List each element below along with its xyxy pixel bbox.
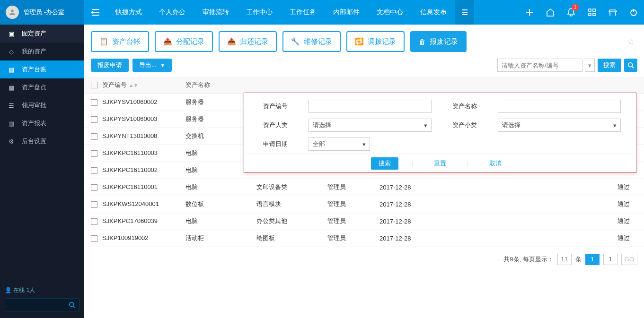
go-button[interactable]: GO [621, 254, 637, 265]
chevron-down-icon: ▾ [613, 122, 617, 129]
sidebar-item-approval[interactable]: ☰领用审批 [0, 96, 84, 114]
col-cat [250, 77, 321, 94]
filter-subcat-select[interactable]: 请选择▾ [498, 119, 621, 132]
svg-rect-2 [589, 13, 591, 16]
filter-label-subcat: 资产小类 [441, 121, 488, 129]
list-icon: ☰ [8, 102, 15, 109]
row-checkbox[interactable] [91, 184, 97, 191]
home-icon[interactable] [540, 0, 561, 25]
tab-label: 调拨记录 [368, 37, 396, 46]
row-checkbox[interactable] [91, 133, 97, 140]
pager-summary: 共9条, 每页显示： [503, 255, 553, 264]
row-checkbox[interactable] [91, 235, 97, 242]
collapse-sidebar-button[interactable] [84, 0, 107, 25]
sidebar-item-report[interactable]: ▥资产报表 [0, 114, 84, 132]
more-apps-button[interactable] [455, 0, 474, 25]
top-bar: 管理员 -办公室 快捷方式 个人办公 审批流转 工作中心 工作任务 内部邮件 文… [0, 0, 644, 25]
filter-label-code: 资产编号 [252, 102, 299, 111]
nav-docs[interactable]: 文档中心 [368, 0, 412, 25]
tab-assign[interactable]: 📤分配记录 [155, 31, 213, 52]
table-row[interactable]: SJKPKPC16110001电脑文印设备类管理员2017-12-28通过 [84, 179, 644, 196]
sidebar-item-my-assets[interactable]: ◇我的资产 [0, 43, 84, 60]
row-checkbox[interactable] [91, 218, 97, 225]
pager-unit: 条 [575, 255, 582, 264]
tab-label: 报废记录 [430, 37, 458, 46]
checkbox-all[interactable] [91, 82, 97, 88]
ledger-icon: ▤ [8, 66, 15, 73]
col-status [611, 77, 644, 94]
filter-code-input[interactable] [309, 100, 432, 113]
advanced-search-toggle[interactable]: ▾ [585, 59, 595, 72]
grid-icon[interactable] [582, 0, 602, 25]
search-input[interactable] [497, 59, 582, 72]
tab-transfer[interactable]: 🔁调拨记录 [346, 31, 405, 52]
table-row[interactable]: SJKPKPC17060039电脑办公类其他管理员2017-12-28通过 [84, 213, 644, 230]
nav-work-center[interactable]: 工作中心 [238, 0, 281, 25]
row-checkbox[interactable] [91, 99, 97, 106]
col-date [373, 77, 611, 94]
tab-ledger[interactable]: 📋资产台帐 [91, 31, 149, 52]
svg-rect-3 [593, 13, 595, 16]
sidebar-item-ledger[interactable]: ▤资产台账 [0, 60, 84, 78]
power-icon[interactable] [623, 0, 644, 25]
row-checkbox[interactable] [91, 201, 97, 208]
col-name[interactable]: 资产名称 [179, 77, 250, 94]
filter-label-name: 资产名称 [441, 102, 488, 111]
tab-label: 归还记录 [240, 37, 268, 46]
tab-return[interactable]: 📥归还记录 [219, 31, 277, 52]
page-target-input[interactable]: 1 [603, 254, 618, 265]
tab-scrap[interactable]: 🗑报废记录 [410, 31, 467, 52]
filter-reset-button[interactable]: 重置 [426, 157, 454, 170]
filter-date-select[interactable]: 全部▾ [309, 138, 370, 151]
filter-label-cat: 资产大类 [252, 121, 299, 129]
nav-approval[interactable]: 审批流转 [194, 0, 238, 25]
search-button[interactable]: 搜索 [598, 59, 621, 72]
return-icon: 📥 [227, 37, 236, 46]
row-checkbox[interactable] [91, 167, 97, 174]
nav-info[interactable]: 信息发布 [412, 0, 455, 25]
col-code[interactable]: 资产编号▲▼ [84, 77, 179, 94]
online-status: 👤 在线 1人 [5, 286, 79, 294]
user-block[interactable]: 管理员 -办公室 [0, 0, 84, 25]
user-icon: ◇ [8, 48, 15, 55]
assign-icon: 📤 [163, 37, 172, 46]
filter-search-button[interactable]: 搜索 [371, 157, 398, 170]
gear-icon: ⚙ [8, 138, 15, 145]
theme-icon[interactable] [602, 0, 623, 25]
table-row[interactable]: SJKP100919002活动柜绘图板管理员2017-12-28通过 [84, 230, 644, 247]
doc-icon: 📋 [99, 37, 108, 46]
filter-name-input[interactable] [498, 100, 621, 113]
top-right-icons: 1 [519, 0, 644, 25]
wrench-icon: 🔧 [291, 37, 300, 46]
nav-tasks[interactable]: 工作任务 [281, 0, 325, 25]
sidebar-item-label: 固定资产 [22, 29, 46, 38]
page-current[interactable]: 1 [585, 254, 600, 265]
filter-cat-select[interactable]: 请选择▾ [309, 119, 432, 132]
notification-badge: 1 [572, 4, 579, 11]
sidebar-search-input[interactable] [5, 298, 79, 311]
tab-repair[interactable]: 🔧维修记录 [282, 31, 341, 52]
sort-icon[interactable]: ▲▼ [129, 83, 138, 88]
sidebar-item-settings[interactable]: ⚙后台设置 [0, 132, 84, 150]
apply-scrap-button[interactable]: 报废申请 [91, 59, 129, 72]
nav-mail[interactable]: 内部邮件 [325, 0, 368, 25]
bell-icon[interactable]: 1 [561, 0, 582, 25]
nav-personal[interactable]: 个人办公 [150, 0, 194, 25]
sidebar-item-inventory[interactable]: ▦资产盘点 [0, 78, 84, 96]
row-checkbox[interactable] [91, 150, 97, 157]
table-row[interactable]: SJKPKWS12040001数位板语言模块管理员2017-12-28通过 [84, 196, 644, 213]
add-icon[interactable] [519, 0, 540, 25]
sidebar: ▣固定资产 ◇我的资产 ▤资产台账 ▦资产盘点 ☰领用审批 ▥资产报表 ⚙后台设… [0, 25, 84, 318]
advanced-filter-panel: 资产编号 资产名称 资产大类 请选择▾ 资产小类 请选择▾ 申请日期 全部▾ 搜… [244, 93, 636, 173]
favorite-star-icon[interactable]: ☆ [627, 36, 637, 47]
export-button[interactable]: 导出...▼ [132, 59, 172, 72]
tab-label: 维修记录 [304, 37, 332, 46]
sidebar-item-label: 领用审批 [22, 101, 46, 110]
search-icon-button[interactable] [624, 59, 637, 72]
nav-quick[interactable]: 快捷方式 [107, 0, 150, 25]
per-page-input[interactable]: 11 [557, 254, 572, 265]
row-checkbox[interactable] [91, 116, 97, 123]
filter-cancel-button[interactable]: 取消 [482, 157, 509, 170]
sidebar-item-fixed-assets[interactable]: ▣固定资产 [0, 25, 84, 43]
filter-label-date: 申请日期 [252, 140, 299, 148]
